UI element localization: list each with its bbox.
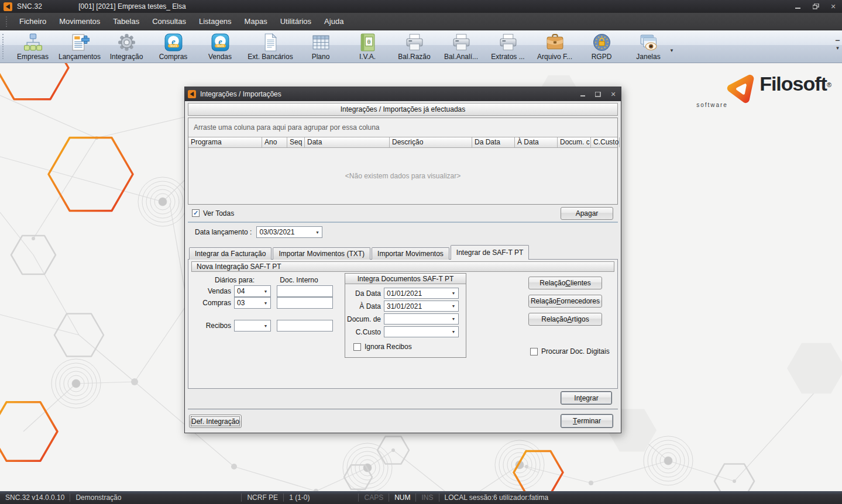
apagar-button[interactable]: Apagar xyxy=(561,207,613,220)
docum-de-combobox[interactable]: ▼ xyxy=(384,313,459,325)
recibos-combobox[interactable]: ▼ xyxy=(234,320,271,332)
button-rela-o-fornecedores[interactable]: Relação Fornecedores xyxy=(528,295,602,308)
chevron-down-icon[interactable]: ▼ xyxy=(312,227,322,237)
toolbar-button-lan-amentos[interactable]: Lançamentos xyxy=(56,30,103,63)
chevron-down-icon[interactable]: ▼ xyxy=(261,320,270,331)
diario-label-recibos: Recibos xyxy=(188,322,234,330)
chevron-down-icon[interactable]: ▼ xyxy=(669,48,674,53)
ignora-recibos-checkbox[interactable] xyxy=(353,343,361,351)
chevron-down-icon[interactable]: ▼ xyxy=(449,314,458,324)
data-combobox[interactable]: 31/01/2021▼ xyxy=(384,301,459,312)
column-header-docum-c[interactable]: Docum. c xyxy=(558,137,591,147)
ver-todas-label: Ver Todas xyxy=(203,209,234,218)
c-custo-combobox-value xyxy=(384,327,449,337)
da-data-combobox[interactable]: 01/01/2021▼ xyxy=(384,288,459,299)
compras-combobox[interactable]: 03▼ xyxy=(234,297,271,309)
toolbar-button-vendas[interactable]: efaturaVendas xyxy=(197,30,243,63)
toolbar-label: Bal.Razão xyxy=(398,53,430,61)
def-integracao-button[interactable]: Def. Integração xyxy=(189,415,242,428)
toolbar-button-ext-banc-rios[interactable]: Ext. Bancários xyxy=(243,30,297,63)
dialog-minimize-button[interactable] xyxy=(575,87,590,101)
tab-integrar-de-saf-t-pt[interactable]: Integrar de SAF-T PT xyxy=(451,245,530,260)
procurar-doc-digitais-checkbox[interactable] xyxy=(530,348,538,355)
toolbar-label: RGPD xyxy=(592,53,612,61)
dialog-footer: Def. Integração Terminar xyxy=(188,410,618,433)
vendas-combobox[interactable]: 04▼ xyxy=(234,285,271,297)
restore-button[interactable] xyxy=(807,0,824,13)
column-header-data[interactable]: À Data xyxy=(515,137,558,147)
terminar-button[interactable]: Terminar xyxy=(561,414,613,428)
column-header-c-custo[interactable]: C.Custo xyxy=(591,137,620,147)
chevron-down-icon[interactable]: ▼ xyxy=(261,298,270,308)
menu-item-utilit-rios[interactable]: Utilitários xyxy=(274,13,318,30)
toolbar-button-bal-anal[interactable]: Bal.Analí... xyxy=(438,30,484,63)
minimize-button[interactable] xyxy=(789,0,807,13)
dialog-maximize-button[interactable] xyxy=(590,87,606,101)
tab-importar-movimentos-txt[interactable]: Importar Movimentos (TXT) xyxy=(273,247,370,260)
ignora-recibos-row: Ignora Recibos xyxy=(353,343,412,351)
integra-documentos-group: Integra Documentos SAF-T PT Da Data01/01… xyxy=(345,273,466,358)
toolbar-button-integra-o[interactable]: Integração xyxy=(103,30,150,63)
chevron-down-icon[interactable]: ▼ xyxy=(449,301,458,311)
menu-item-ajuda[interactable]: Ajuda xyxy=(318,13,350,30)
ver-todas-row: Ver Todas Apagar xyxy=(188,205,618,223)
column-header-seq[interactable]: Seq xyxy=(287,137,305,147)
column-header-data[interactable]: Data xyxy=(305,137,390,147)
integra-documentos-header: Integra Documentos SAF-T PT xyxy=(345,274,466,284)
toolbar: EmpresasLançamentosIntegraçãoefaturaComp… xyxy=(0,30,842,63)
column-header-da-data[interactable]: Da Data xyxy=(472,137,515,147)
integrar-button[interactable]: Integrar xyxy=(561,391,612,405)
close-button[interactable]: ✕ xyxy=(824,0,842,13)
data-lancamento-combobox[interactable]: 03/03/2021 ▼ xyxy=(256,226,322,238)
toolbar-button-compras[interactable]: efaturaCompras xyxy=(150,30,197,63)
menu-item-mapas[interactable]: Mapas xyxy=(238,13,274,30)
data-combobox-value: 31/01/2021 xyxy=(384,301,449,311)
chevron-down-icon[interactable]: ▼ xyxy=(449,288,458,298)
column-header-ano[interactable]: Ano xyxy=(262,137,287,147)
doc-interno-input-recibos[interactable] xyxy=(277,320,333,332)
toolbar-overflow-icon[interactable]: ▔▾ xyxy=(836,41,840,50)
toolbar-button-empresas[interactable]: Empresas xyxy=(9,30,56,63)
ver-todas-checkbox[interactable] xyxy=(192,209,200,217)
toolbar-button-bal-raz-o[interactable]: Bal.Razão xyxy=(391,30,438,63)
c-custo-combobox[interactable]: ▼ xyxy=(384,326,459,337)
toolbar-button-i-v-a[interactable]: θI.V.A. xyxy=(344,30,391,63)
dialog-header: Integrações / Importações já efectuadas xyxy=(188,103,618,116)
toolbar-button-rgpd[interactable]: RGPD xyxy=(578,30,625,63)
toolbar-label: Plano xyxy=(312,53,330,61)
chevron-down-icon[interactable]: ▼ xyxy=(261,286,270,296)
doc-interno-input-compras[interactable] xyxy=(277,297,333,309)
diario-row-vendas: Vendas04▼ xyxy=(188,285,333,297)
diario-label-compras: Compras xyxy=(188,299,234,307)
group-by-hint[interactable]: Arraste uma coluna para aqui para agrupa… xyxy=(188,118,617,137)
rgpd-lock-icon xyxy=(592,33,611,52)
tab-importar-movimentos[interactable]: Importar Movimentos xyxy=(372,247,449,260)
column-header-programa[interactable]: Programa xyxy=(188,137,262,147)
column-header-descri-o[interactable]: Descrição xyxy=(390,137,472,147)
menu-item-tabelas[interactable]: Tabelas xyxy=(106,13,146,30)
saft-tab-panel: Nova Integração SAF-T PT Diários para: D… xyxy=(188,259,618,389)
toolbar-grip[interactable] xyxy=(2,34,7,59)
menu-item-listagens[interactable]: Listagens xyxy=(193,13,238,30)
efatura-icon: efatura xyxy=(164,33,183,52)
toolbar-label: Bal.Analí... xyxy=(444,53,478,61)
window-titlebar: SNC.32 [001] [2021] Empresa testes_ Elsa… xyxy=(0,0,842,13)
toolbar-button-extratos[interactable]: Extratos ... xyxy=(484,30,531,63)
button-rela-o-artigos[interactable]: Relação Artigos xyxy=(528,313,602,326)
toolbar-button-janelas[interactable]: Janelas xyxy=(625,30,672,63)
doc-interno-input-vendas[interactable] xyxy=(277,285,333,297)
menu-item-movimentos[interactable]: Movimentos xyxy=(53,13,106,30)
filosoft-triangle-icon xyxy=(726,74,756,104)
menu-item-consultas[interactable]: Consultas xyxy=(146,13,193,30)
button-rela-o-clientes[interactable]: Relação Clientes xyxy=(528,277,602,289)
toolbar-button-plano[interactable]: Plano xyxy=(297,30,344,63)
diario-row-compras: Compras03▼ xyxy=(188,297,333,309)
application-window: SNC.32 [001] [2021] Empresa testes_ Elsa… xyxy=(0,0,842,504)
toolbar-button-arquivo-f[interactable]: Arquivo F... xyxy=(531,30,578,63)
dialog-close-button[interactable]: ✕ xyxy=(606,87,621,101)
field-row-da-data: Da Data01/01/2021▼ xyxy=(345,288,466,299)
menu-item-ficheiro[interactable]: Ficheiro xyxy=(13,13,53,30)
tab-integrar-da-factura-o[interactable]: Integrar da Facturação xyxy=(189,247,271,260)
field-label-c-custo: C.Custo xyxy=(345,328,384,336)
chevron-down-icon[interactable]: ▼ xyxy=(449,327,458,337)
